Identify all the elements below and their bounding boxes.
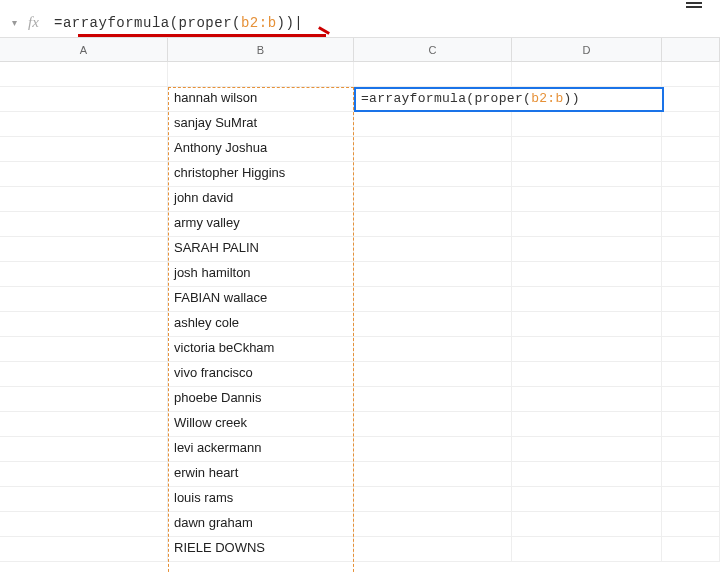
cell[interactable]: dawn graham (168, 512, 354, 536)
namebox-dropdown-icon[interactable]: ▾ (8, 17, 20, 28)
col-header-b[interactable]: B (168, 38, 354, 61)
cell[interactable] (512, 137, 662, 161)
cell[interactable] (662, 312, 720, 336)
cell[interactable] (354, 387, 512, 411)
cell[interactable]: levi ackermann (168, 437, 354, 461)
cell[interactable] (512, 287, 662, 311)
cell[interactable] (662, 337, 720, 361)
cell[interactable] (0, 162, 168, 186)
cell[interactable]: ashley cole (168, 312, 354, 336)
cell[interactable] (354, 412, 512, 436)
cell[interactable] (662, 287, 720, 311)
cell[interactable]: RIELE DOWNS (168, 537, 354, 561)
cell[interactable] (0, 187, 168, 211)
cell[interactable] (354, 187, 512, 211)
cell[interactable] (512, 387, 662, 411)
cell[interactable] (0, 62, 168, 86)
cell[interactable]: erwin heart (168, 462, 354, 486)
cell[interactable] (354, 487, 512, 511)
cell[interactable]: sanjay SuMrat (168, 112, 354, 136)
cell[interactable] (512, 112, 662, 136)
cell[interactable] (662, 362, 720, 386)
cell[interactable] (354, 287, 512, 311)
cell[interactable] (662, 437, 720, 461)
cell[interactable] (662, 137, 720, 161)
cell[interactable] (662, 187, 720, 211)
cell[interactable] (354, 262, 512, 286)
cell[interactable] (354, 312, 512, 336)
cell[interactable] (662, 387, 720, 411)
cell[interactable] (512, 162, 662, 186)
cell[interactable]: Willow creek (168, 412, 354, 436)
cell[interactable] (0, 487, 168, 511)
cell[interactable]: hannah wilson (168, 87, 354, 111)
active-cell-editor[interactable]: =arrayformula(proper(b2:b)) (354, 87, 664, 112)
cell[interactable] (0, 337, 168, 361)
cell[interactable] (662, 537, 720, 561)
cell[interactable] (512, 437, 662, 461)
cell[interactable] (0, 537, 168, 561)
cell[interactable] (662, 512, 720, 536)
cell[interactable] (512, 212, 662, 236)
cell[interactable] (354, 162, 512, 186)
col-header-d[interactable]: D (512, 38, 662, 61)
cell[interactable] (0, 287, 168, 311)
cell[interactable] (354, 112, 512, 136)
formula-input[interactable]: =arrayformula(proper(b2:b))| (50, 13, 712, 33)
cell[interactable] (354, 462, 512, 486)
cell[interactable] (168, 62, 354, 86)
cell[interactable] (662, 62, 720, 86)
cell[interactable] (512, 537, 662, 561)
cell[interactable]: FABIAN wallace (168, 287, 354, 311)
cell[interactable] (662, 412, 720, 436)
cell[interactable]: Anthony Joshua (168, 137, 354, 161)
cell[interactable] (0, 387, 168, 411)
cell[interactable] (0, 437, 168, 461)
cell[interactable] (512, 462, 662, 486)
cell[interactable] (354, 512, 512, 536)
cell[interactable]: victoria beCkham (168, 337, 354, 361)
cell[interactable]: josh hamilton (168, 262, 354, 286)
cell[interactable] (0, 87, 168, 111)
cell[interactable] (354, 237, 512, 261)
cell[interactable] (0, 412, 168, 436)
cell[interactable] (0, 112, 168, 136)
cell[interactable]: john david (168, 187, 354, 211)
cell[interactable] (0, 312, 168, 336)
cell[interactable] (662, 112, 720, 136)
cell[interactable] (662, 162, 720, 186)
cell[interactable] (0, 237, 168, 261)
cell[interactable] (512, 62, 662, 86)
col-header-e[interactable] (662, 38, 720, 61)
cell[interactable] (512, 337, 662, 361)
cell[interactable] (0, 137, 168, 161)
cell[interactable]: SARAH PALIN (168, 237, 354, 261)
cell[interactable] (354, 137, 512, 161)
col-header-a[interactable]: A (0, 38, 168, 61)
cell[interactable] (512, 412, 662, 436)
cell[interactable] (0, 512, 168, 536)
cell[interactable]: louis rams (168, 487, 354, 511)
cell[interactable] (512, 362, 662, 386)
cell[interactable] (512, 487, 662, 511)
cell[interactable] (354, 62, 512, 86)
cell[interactable]: christopher Higgins (168, 162, 354, 186)
cell[interactable] (0, 362, 168, 386)
cell[interactable] (0, 262, 168, 286)
cell[interactable] (662, 262, 720, 286)
cell[interactable]: vivo francisco (168, 362, 354, 386)
cell[interactable] (0, 462, 168, 486)
cell[interactable] (354, 537, 512, 561)
cell[interactable]: army valley (168, 212, 354, 236)
col-header-c[interactable]: C (354, 38, 512, 61)
cell[interactable] (662, 212, 720, 236)
cell[interactable] (662, 87, 720, 111)
cell[interactable] (0, 212, 168, 236)
cell[interactable] (354, 337, 512, 361)
cell[interactable] (512, 187, 662, 211)
cell[interactable] (354, 212, 512, 236)
cell[interactable] (512, 262, 662, 286)
cell[interactable] (662, 237, 720, 261)
cell[interactable] (354, 437, 512, 461)
cell[interactable]: phoebe Dannis (168, 387, 354, 411)
